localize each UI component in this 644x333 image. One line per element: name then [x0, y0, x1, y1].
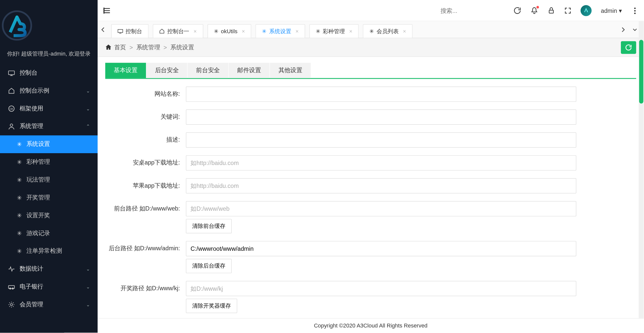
sub-system-settings[interactable]: ✳系统设置 [0, 135, 98, 153]
tab-scroll-right[interactable] [621, 26, 629, 32]
tab-scroll-left[interactable] [101, 26, 110, 32]
spark-icon: ✳ [17, 194, 22, 201]
label-android: 安桌app下载地址: [105, 155, 186, 167]
nav-stats[interactable]: 数据统计 ⌄ [0, 260, 98, 278]
label-site-name: 网站名称: [105, 87, 186, 98]
close-icon[interactable]: × [295, 28, 299, 34]
input-site-name[interactable] [186, 87, 576, 102]
nav-framework[interactable]: OK 框架使用 ⌄ [0, 100, 98, 117]
inner-tab-admin-security[interactable]: 后台安全 [146, 63, 187, 78]
chevron-down-icon: ⌄ [86, 266, 90, 272]
svg-point-8 [10, 304, 12, 306]
inner-tab-mail[interactable]: 邮件设置 [229, 63, 269, 78]
svg-rect-9 [549, 10, 553, 13]
breadcrumb-item[interactable]: 系统管理 [136, 44, 160, 51]
sub-game-records[interactable]: ✳游戏记录 [0, 224, 98, 242]
scrollbar-thumb[interactable] [639, 40, 643, 104]
input-front-path[interactable] [186, 201, 576, 217]
breadcrumb-home[interactable]: 首页 [114, 44, 126, 51]
svg-rect-5 [9, 285, 15, 288]
dashboard-icon [117, 28, 123, 34]
dashboard-icon [8, 69, 15, 77]
sub-draw-settings[interactable]: ✳设置开奖 [0, 207, 98, 225]
lock-icon[interactable] [547, 7, 555, 14]
settings-form: 网站名称: 关键词: 描述: 安桌app下载地址: 苹果app下载地址: [105, 79, 636, 333]
svg-rect-10 [118, 29, 123, 32]
nav-member[interactable]: 会员管理 ⌄ [0, 296, 98, 314]
tab-member-list[interactable]: ✳会员列表× [363, 24, 413, 38]
scrollbar[interactable] [639, 21, 644, 318]
nav-dashboard-example[interactable]: 控制台示例 ⌄ [0, 82, 98, 100]
label-kj-path: 开奖路径 如D:/www/kj: [105, 281, 186, 293]
spark-icon: ✳ [17, 159, 22, 165]
spark-icon: ✳ [17, 230, 22, 237]
nav-dashboard[interactable]: 控制台 [0, 64, 98, 82]
input-ios[interactable] [186, 178, 576, 194]
inner-tabs: 基本设置 后台安全 前台安全 邮件设置 其他设置 [105, 63, 636, 79]
chevron-down-icon: ⌄ [86, 284, 90, 289]
tab-lottery-manage[interactable]: ✳彩种管理× [309, 24, 359, 38]
clear-kj-cache-button[interactable]: 清除开奖器缓存 [186, 299, 237, 313]
close-icon[interactable]: × [403, 28, 406, 34]
close-icon[interactable]: × [242, 28, 245, 34]
svg-rect-1 [9, 71, 15, 75]
spark-icon: ✳ [316, 28, 320, 34]
footer: Copyright ©2020 A3Cloud All Rights Reser… [98, 318, 644, 332]
inner-tab-other[interactable]: 其他设置 [270, 63, 311, 78]
sidebar: 你好! 超级管理员-admin, 欢迎登录 控制台 控制台示例 ⌄ OK 框架使… [0, 0, 98, 333]
topbar: admin ▾ ⋮ [98, 0, 644, 21]
pulse-icon [8, 265, 15, 273]
spark-icon: ✳ [262, 28, 267, 34]
svg-point-4 [10, 124, 13, 127]
tabbar: 控制台 控制台一× ✳okUtils× ✳系统设置× ✳彩种管理× ✳会员列表× [98, 21, 644, 38]
gear-icon [8, 301, 15, 308]
home-icon [105, 44, 111, 50]
label-front-path: 前台路径 如D:/www/web: [105, 201, 186, 213]
welcome-text: 你好! 超级管理员-admin, 欢迎登录 [0, 47, 98, 64]
close-icon[interactable]: × [193, 28, 197, 34]
avatar[interactable] [581, 5, 592, 16]
inner-tab-basic[interactable]: 基本设置 [105, 63, 146, 78]
chevron-down-icon: ⌄ [86, 106, 90, 111]
spark-icon: ✳ [17, 177, 22, 183]
close-icon[interactable]: × [349, 28, 352, 34]
more-icon[interactable]: ⋮ [631, 6, 639, 15]
user-menu[interactable]: admin ▾ [601, 7, 622, 14]
menu-toggle-icon[interactable] [103, 6, 115, 15]
tab-okutils[interactable]: ✳okUtils× [207, 24, 251, 38]
bell-icon[interactable] [531, 7, 538, 14]
svg-text:OK: OK [10, 108, 13, 110]
ok-icon: OK [8, 105, 15, 112]
label-ios: 苹果app下载地址: [105, 178, 186, 190]
fullscreen-icon[interactable] [564, 7, 571, 14]
sub-lottery-type[interactable]: ✳彩种管理 [0, 153, 98, 171]
nav-system[interactable]: 系统管理 ⌃ [0, 117, 98, 135]
sub-draw-manage[interactable]: ✳开奖管理 [0, 189, 98, 207]
input-kj-path[interactable] [186, 281, 576, 296]
user-icon [8, 123, 15, 130]
label-admin-path: 后台路径 如D:/www/admin: [105, 241, 186, 253]
sub-bet-anomaly[interactable]: ✳注单异常检测 [0, 242, 98, 260]
nav-ebank[interactable]: 电子银行 ⌄ [0, 278, 98, 296]
inner-tab-front-security[interactable]: 前台安全 [188, 63, 228, 78]
spark-icon: ✳ [214, 28, 219, 34]
input-keywords[interactable] [186, 109, 576, 125]
clear-admin-cache-button[interactable]: 清除后台缓存 [186, 259, 232, 273]
logo [0, 0, 98, 47]
input-android[interactable] [186, 155, 576, 171]
chevron-down-icon: ⌄ [86, 302, 90, 307]
input-admin-path[interactable] [186, 241, 576, 256]
input-desc[interactable] [186, 132, 576, 148]
search-input[interactable] [437, 5, 505, 16]
tab-system-settings[interactable]: ✳系统设置× [256, 24, 305, 38]
refresh-icon[interactable] [513, 7, 521, 14]
sub-play-manage[interactable]: ✳玩法管理 [0, 171, 98, 189]
spark-icon: ✳ [17, 141, 22, 148]
breadcrumb: 首页 > 系统管理 > 系统设置 [98, 38, 644, 57]
spark-icon: ✳ [17, 248, 22, 255]
refresh-button[interactable] [621, 41, 636, 54]
clear-front-cache-button[interactable]: 清除前台缓存 [186, 219, 232, 233]
home-icon [8, 87, 15, 95]
tab-dashboard[interactable]: 控制台 [111, 24, 148, 38]
tab-dashboard-one[interactable]: 控制台一× [153, 24, 203, 38]
